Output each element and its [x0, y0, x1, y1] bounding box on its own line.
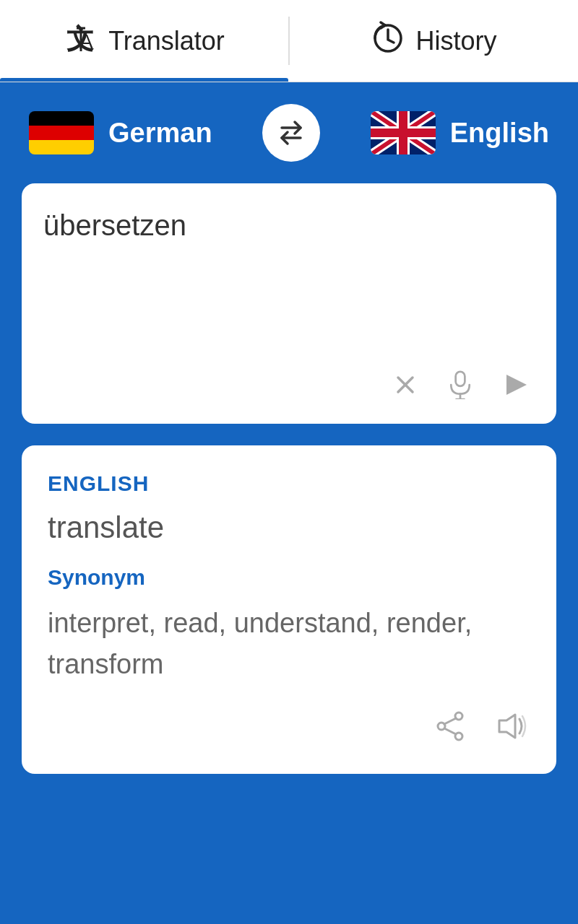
result-language-label: ENGLISH	[48, 471, 530, 496]
input-box	[22, 183, 556, 424]
share-button[interactable]	[431, 707, 470, 752]
synonym-label: Synonym	[48, 565, 530, 590]
source-text-input[interactable]	[43, 205, 535, 349]
translation-result: translate	[48, 510, 530, 545]
target-language-selector[interactable]: English	[371, 111, 549, 154]
svg-rect-13	[371, 128, 436, 137]
result-actions	[48, 707, 530, 752]
tab-translator[interactable]: 文 A Translator	[0, 0, 288, 82]
svg-line-23	[444, 718, 456, 724]
svg-marker-25	[499, 715, 515, 738]
svg-rect-16	[456, 372, 465, 386]
input-actions	[43, 359, 535, 409]
german-flag	[29, 111, 94, 154]
main-content: German	[0, 82, 578, 924]
tab-bar: 文 A Translator History	[0, 0, 578, 82]
tab-translator-label: Translator	[108, 26, 225, 56]
uk-flag	[371, 111, 436, 154]
clear-button[interactable]	[389, 368, 422, 408]
svg-line-24	[444, 728, 456, 734]
translator-icon: 文 A	[64, 21, 98, 61]
swap-languages-button[interactable]	[262, 104, 320, 162]
target-language-name: English	[450, 118, 549, 149]
result-box: ENGLISH translate Synonym interpret, rea…	[22, 445, 556, 774]
audio-button[interactable]	[491, 707, 530, 752]
synonyms-text: interpret, read, understand, render, tra…	[48, 603, 530, 685]
history-icon	[371, 21, 405, 61]
svg-marker-19	[506, 375, 527, 395]
translate-button[interactable]	[499, 367, 535, 409]
tab-history-label: History	[415, 26, 496, 56]
tab-history[interactable]: History	[290, 0, 578, 82]
source-language-selector[interactable]: German	[29, 111, 212, 154]
microphone-button[interactable]	[444, 367, 477, 409]
language-row: German	[14, 104, 564, 162]
source-language-name: German	[108, 118, 212, 149]
